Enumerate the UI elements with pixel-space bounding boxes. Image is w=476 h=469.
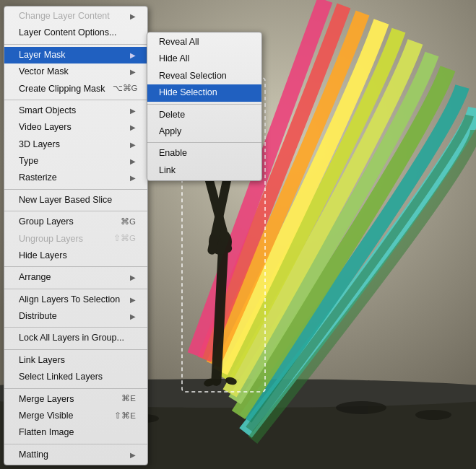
menu-item-vector-mask[interactable]: Vector Mask ▶ [4, 63, 147, 80]
separator [4, 349, 147, 350]
arrow-icon: ▶ [130, 122, 136, 133]
submenu-layer-mask: Reveal All Hide All Reveal Selection Hid… [147, 32, 262, 181]
separator [4, 388, 147, 389]
submenu-item-hide-all[interactable]: Hide All [147, 51, 261, 67]
menu-item-smart-objects[interactable]: Smart Objects ▶ [4, 102, 147, 119]
submenu-item-hide-selection[interactable]: Hide Selection [147, 84, 261, 101]
menu-item-distribute[interactable]: Distribute ▶ [4, 308, 147, 325]
menu-item-flatten-image[interactable]: Flatten Image [4, 424, 147, 441]
separator [4, 327, 147, 328]
menu-item-group-layers[interactable]: Group Layers ⌘G [4, 214, 147, 230]
separator [4, 266, 147, 267]
arrow-icon: ▶ [130, 294, 136, 306]
submenu-item-reveal-selection[interactable]: Reveal Selection [147, 68, 261, 84]
menu-item-rasterize[interactable]: Rasterize ▶ [4, 170, 147, 186]
menu-item-video-layers[interactable]: Video Layers ▶ [4, 119, 147, 136]
menu-item-link-layers[interactable]: Link Layers [4, 352, 147, 369]
arrow-icon: ▶ [130, 450, 136, 461]
svg-point-6 [415, 410, 451, 420]
menu-item-layer-content-options[interactable]: Layer Content Options... [4, 25, 147, 41]
separator [4, 100, 147, 100]
arrow-icon: ▶ [130, 172, 136, 184]
menu-wrapper: Change Layer Content ▶ Layer Content Opt… [4, 6, 148, 465]
submenu-item-delete[interactable]: Delete [147, 107, 261, 123]
separator [4, 444, 147, 444]
menu-item-hide-layers[interactable]: Hide Layers [4, 247, 147, 264]
submenu-item-apply[interactable]: Apply [147, 123, 261, 140]
separator [4, 289, 147, 289]
menu-item-ungroup-layers[interactable]: Ungroup Layers ⇧⌘G [4, 231, 147, 247]
menu-item-lock-all-layers[interactable]: Lock All Layers in Group... [4, 330, 147, 346]
menu-item-select-linked-layers[interactable]: Select Linked Layers [4, 369, 147, 385]
menu-item-merge-layers[interactable]: Merge Layers ⌘E [4, 391, 147, 408]
menu-item-3d-layers[interactable]: 3D Layers ▶ [4, 136, 147, 153]
separator [147, 104, 261, 105]
menu-item-arrange[interactable]: Arrange ▶ [4, 269, 147, 286]
separator [4, 44, 147, 45]
menu-item-merge-visible[interactable]: Merge Visible ⇧⌘E [4, 408, 147, 424]
separator [4, 211, 147, 211]
arrow-icon: ▶ [130, 50, 136, 61]
menu-item-create-clipping-mask[interactable]: Create Clipping Mask ⌥⌘G [4, 81, 147, 97]
submenu-item-link[interactable]: Link [147, 162, 261, 179]
primary-menu: Change Layer Content ▶ Layer Content Opt… [4, 6, 148, 465]
menu-item-align-layers[interactable]: Align Layers To Selection ▶ [4, 292, 147, 308]
submenu-item-reveal-all[interactable]: Reveal All [147, 34, 261, 51]
separator [4, 189, 147, 190]
menu-item-layer-mask[interactable]: Layer Mask ▶ [4, 47, 147, 63]
arrow-icon: ▶ [130, 66, 136, 78]
svg-point-5 [336, 401, 386, 414]
menu-item-new-layer-based-slice[interactable]: New Layer Based Slice [4, 192, 147, 209]
arrow-icon: ▶ [130, 156, 136, 167]
separator [147, 142, 261, 143]
arrow-icon: ▶ [130, 311, 136, 323]
menu-item-matting[interactable]: Matting ▶ [4, 447, 147, 463]
submenu-item-enable[interactable]: Enable [147, 145, 261, 162]
menu-item-type[interactable]: Type ▶ [4, 153, 147, 170]
arrow-icon: ▶ [130, 272, 136, 284]
menu-item-change-layer-content[interactable]: Change Layer Content ▶ [4, 8, 147, 25]
arrow-icon: ▶ [130, 11, 136, 22]
arrow-icon: ▶ [130, 105, 136, 117]
arrow-icon: ▶ [130, 139, 136, 151]
